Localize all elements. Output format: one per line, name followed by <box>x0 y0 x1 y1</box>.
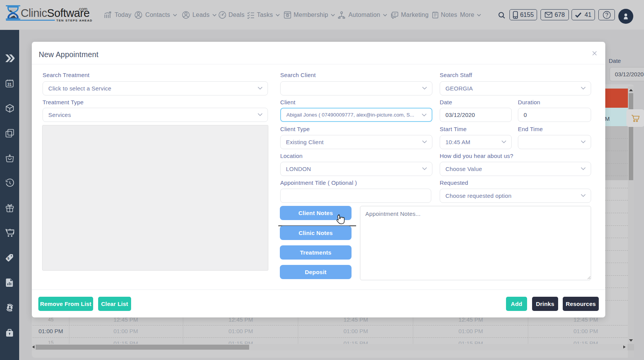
svg-text:TEN STEPS AHEAD: TEN STEPS AHEAD <box>56 19 92 22</box>
svg-text:31: 31 <box>7 82 12 87</box>
svg-text:.com: .com <box>78 7 87 11</box>
